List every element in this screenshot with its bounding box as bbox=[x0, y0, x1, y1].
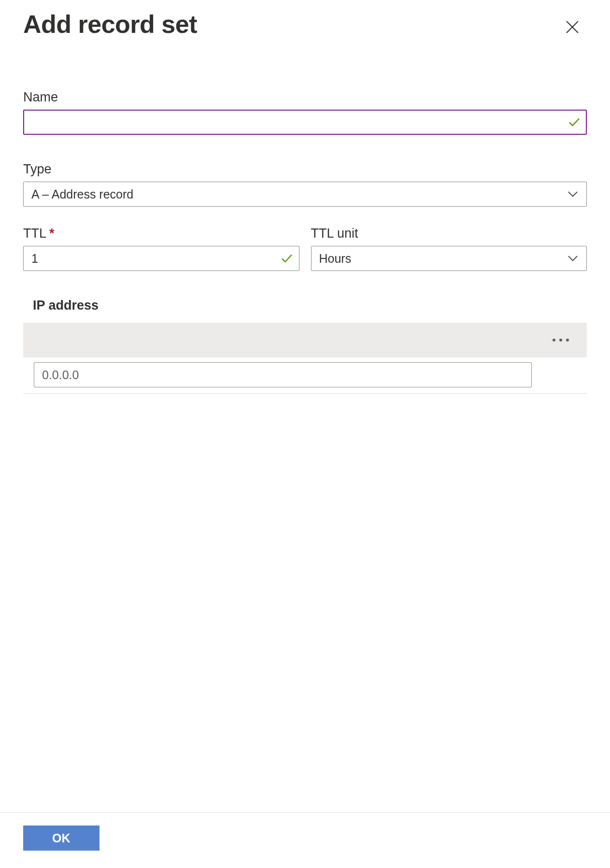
svg-point-3 bbox=[559, 339, 562, 342]
type-select[interactable]: A – Address record bbox=[23, 182, 587, 207]
add-record-set-panel: Add record set Name bbox=[0, 0, 610, 868]
ip-address-toolbar bbox=[23, 323, 587, 357]
required-marker: * bbox=[49, 226, 55, 241]
ttl-unit-label: TTL unit bbox=[311, 226, 587, 241]
ttl-label: TTL* bbox=[23, 226, 299, 241]
ttl-unit-field-group: TTL unit Hours bbox=[311, 226, 587, 271]
ip-address-input-row bbox=[23, 357, 587, 394]
close-icon bbox=[564, 18, 581, 36]
panel-title: Add record set bbox=[23, 10, 197, 39]
ttl-unit-select-value: Hours bbox=[319, 252, 352, 266]
ttl-label-text: TTL bbox=[23, 226, 46, 241]
type-select-value: A – Address record bbox=[31, 187, 133, 201]
name-label: Name bbox=[23, 90, 587, 105]
close-button[interactable] bbox=[558, 13, 587, 42]
panel-footer: OK bbox=[0, 812, 610, 868]
ttl-row: TTL* 1 TTL unit Hours bbox=[23, 226, 587, 271]
type-control: A – Address record bbox=[23, 182, 587, 207]
ip-address-section: IP address bbox=[23, 298, 587, 394]
svg-point-2 bbox=[553, 339, 555, 342]
type-field-group: Type A – Address record bbox=[23, 162, 587, 207]
ttl-input[interactable]: 1 bbox=[23, 246, 299, 271]
panel-header: Add record set bbox=[0, 0, 610, 42]
name-field-group: Name bbox=[23, 90, 587, 135]
panel-body: Name Type A – Address record bbox=[0, 42, 610, 812]
ip-address-heading: IP address bbox=[33, 298, 587, 313]
ttl-unit-select[interactable]: Hours bbox=[311, 246, 587, 271]
name-control bbox=[23, 110, 587, 135]
ttl-field-group: TTL* 1 bbox=[23, 226, 299, 271]
more-button[interactable] bbox=[548, 334, 573, 346]
svg-point-4 bbox=[566, 339, 569, 342]
ttl-unit-control: Hours bbox=[311, 246, 587, 271]
more-icon bbox=[551, 337, 570, 343]
ttl-control: 1 bbox=[23, 246, 299, 271]
ip-address-input[interactable] bbox=[34, 362, 532, 387]
name-input[interactable] bbox=[23, 110, 587, 135]
type-label: Type bbox=[23, 162, 587, 177]
ok-button[interactable]: OK bbox=[23, 825, 99, 851]
